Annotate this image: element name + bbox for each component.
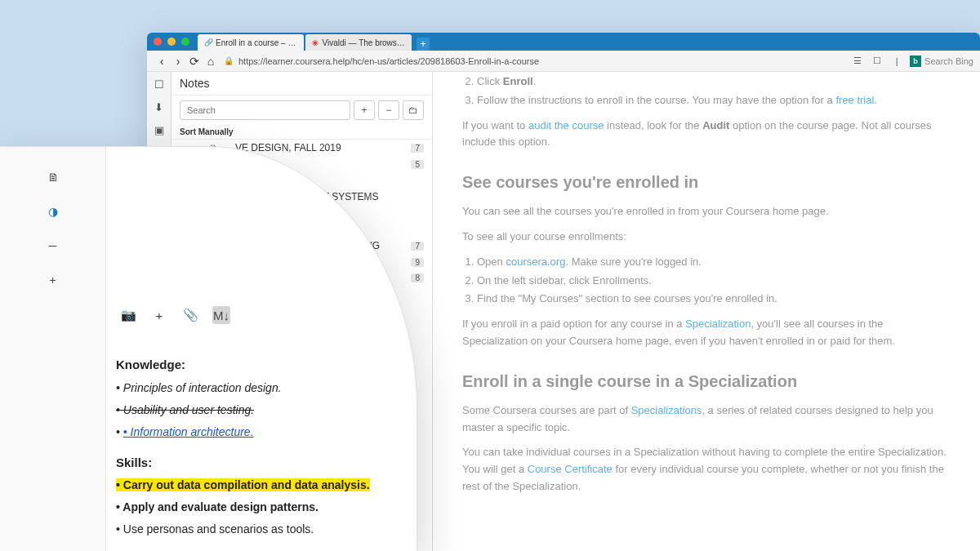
attachment-icon[interactable]: 📎: [181, 306, 199, 324]
camera-icon[interactable]: 📷: [119, 306, 137, 324]
tab-strip: 🔗 Enroll in a course – Course ◉ Vivaldi …: [198, 33, 430, 51]
audit-course-link[interactable]: audit the course: [528, 119, 604, 131]
note-line: • Principles of interaction design.: [116, 380, 407, 397]
url-text: https://learner.coursera.help/hc/en-us/a…: [238, 56, 539, 66]
new-tab-button[interactable]: +: [416, 38, 430, 51]
section-heading: See courses you're enrolled in: [462, 169, 951, 195]
article-paragraph: To see all your course enrollments:: [462, 229, 951, 246]
step-item: Open coursera.org. Make sure you're logg…: [477, 254, 951, 271]
search-engine-box[interactable]: b Search Bing: [910, 56, 973, 67]
browser-tab-inactive[interactable]: ◉ Vivaldi — The browser that: [305, 34, 412, 51]
reload-button[interactable]: ⟳: [186, 53, 203, 69]
specialization-link[interactable]: Specialization: [685, 318, 751, 330]
new-folder-button[interactable]: 🗀: [403, 100, 424, 120]
remove-note-button[interactable]: −: [378, 100, 399, 120]
note-line-link: • • Information architecture.: [116, 424, 407, 441]
lock-icon: 🔒: [224, 56, 234, 65]
note-line-bold: • Apply and evaluate design patterns.: [116, 499, 407, 516]
article-paragraph: You can see all the courses you're enrol…: [462, 203, 951, 220]
knowledge-heading: Knowledge:: [116, 356, 407, 375]
home-button[interactable]: ⌂: [203, 53, 219, 69]
downloads-panel-icon[interactable]: ⬇: [152, 100, 167, 114]
web-panel-icon[interactable]: ◑: [46, 204, 60, 219]
step-item: Find the "My Courses" section to see cou…: [477, 291, 951, 308]
bookmarks-panel-icon[interactable]: ☐: [152, 77, 167, 91]
bing-icon: b: [910, 56, 921, 67]
add-note-button[interactable]: +: [354, 100, 375, 120]
course-certificate-link[interactable]: Course Certificate: [528, 463, 612, 475]
maximize-window-button[interactable]: [181, 38, 189, 46]
browser-tab-active[interactable]: 🔗 Enroll in a course – Course: [198, 34, 304, 51]
reader-view-icon[interactable]: ☰: [851, 55, 864, 68]
count-badge: 8: [411, 273, 424, 282]
note-line-highlighted: • Carry out data compilation and data an…: [116, 477, 407, 494]
free-trial-link[interactable]: free trial: [835, 94, 874, 106]
note-line: • Use personas and scenarios as tools.: [116, 521, 407, 538]
count-badge: 9: [411, 258, 424, 267]
page-panel-icon[interactable]: 🗎: [46, 170, 60, 184]
divider-icon: ─: [46, 238, 60, 253]
tab-label: Enroll in a course – Course: [216, 38, 297, 47]
markdown-toggle-icon[interactable]: M↓: [212, 306, 230, 324]
coursera-favicon-icon: 🔗: [204, 38, 212, 47]
add-icon[interactable]: +: [150, 306, 168, 324]
tree-item-label: …VE DESIGN, FALL 2019: [225, 142, 406, 153]
editor-toolbar: 📷 + 📎 M↓: [106, 306, 243, 324]
article-content: Click Enroll. Follow the instructions to…: [433, 72, 980, 551]
back-button[interactable]: ‹: [154, 53, 170, 69]
close-window-button[interactable]: [154, 38, 162, 46]
count-badge: 7: [411, 242, 424, 251]
step-item: Follow the instructions to enroll in the…: [477, 92, 951, 109]
notes-search-row: + − 🗀: [172, 96, 432, 125]
title-bar: 🔗 Enroll in a course – Course ◉ Vivaldi …: [147, 33, 980, 51]
minimize-window-button[interactable]: [167, 38, 176, 46]
note-editor-content[interactable]: Knowledge: • Principles of interaction d…: [106, 343, 416, 551]
forward-button[interactable]: ›: [170, 53, 186, 69]
address-bar: ‹ › ⟳ ⌂ 🔒 https://learner.coursera.help/…: [147, 51, 980, 72]
magnifier-side-panel: 🗎 ◑ ─ +: [0, 147, 106, 551]
specializations-link[interactable]: Specializations: [631, 404, 702, 416]
coursera-link[interactable]: coursera.org: [506, 256, 565, 268]
divider-icon: |: [890, 55, 903, 68]
section-heading: Enroll in a single course in a Specializ…: [462, 368, 951, 394]
notes-sort-label[interactable]: Sort Manually: [172, 125, 432, 140]
step-item: On the left sidebar, click Enrollments.: [477, 273, 951, 290]
article-paragraph: You can take individual courses in a Spe…: [462, 444, 951, 495]
search-placeholder: Search Bing: [924, 56, 973, 66]
count-badge: 7: [411, 144, 424, 153]
tab-label: Vivaldi — The browser that: [322, 38, 405, 47]
url-field[interactable]: 🔒 https://learner.coursera.help/hc/en-us…: [224, 53, 846, 69]
address-right-tools: ☰ ☐ | b Search Bing: [851, 55, 973, 68]
skills-heading: Skills:: [116, 454, 407, 473]
article-paragraph: If you want to audit the course instead,…: [462, 118, 951, 152]
vivaldi-favicon-icon: ◉: [312, 38, 318, 47]
notes-panel-icon[interactable]: ▣: [152, 122, 167, 137]
step-item: Click Enroll.: [477, 73, 951, 91]
notes-panel-title: Notes: [172, 72, 432, 96]
window-controls: [154, 38, 189, 46]
add-panel-icon[interactable]: +: [46, 273, 60, 287]
notes-search-input[interactable]: [180, 100, 350, 120]
article-paragraph: Some Coursera courses are part of Specia…: [462, 402, 951, 437]
count-badge: 5: [411, 160, 424, 169]
bookmark-icon[interactable]: ☐: [871, 55, 884, 68]
note-line-strike: • Usability and user testing.: [116, 402, 407, 419]
article-paragraph: If you enroll in a paid option for any c…: [462, 316, 951, 350]
